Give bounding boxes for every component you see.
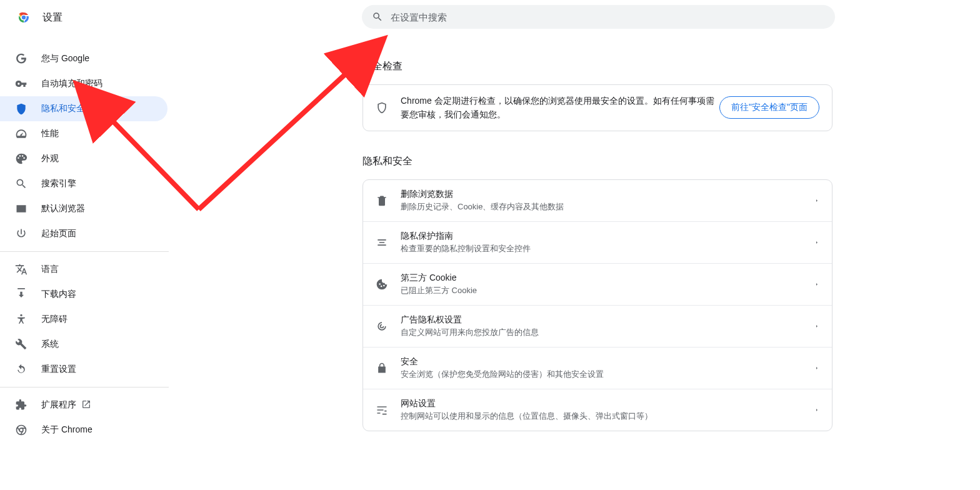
sidebar-divider (0, 387, 169, 388)
safety-check-card: Chrome 会定期进行检查，以确保您的浏览器使用最安全的设置。如有任何事项需要… (362, 84, 832, 131)
extension-icon (15, 399, 28, 411)
sidebar-item-extensions[interactable]: 扩展程序 (0, 392, 168, 418)
sidebar-item-label: 性能 (41, 128, 59, 139)
chevron-right-icon (814, 240, 819, 245)
sidebar-item-accessibility[interactable]: 无障碍 (0, 307, 168, 332)
row-privacy-guide[interactable]: 隐私保护指南 检查重要的隐私控制设置和安全控件 (363, 221, 832, 263)
privacy-list-card: 删除浏览数据 删除历史记录、Cookie、缓存内容及其他数据 隐私保护指南 检查… (362, 179, 832, 431)
cookie-icon (376, 278, 388, 291)
shield-icon (15, 102, 28, 115)
sidebar-item-label: 外观 (41, 153, 59, 164)
chevron-right-icon (814, 408, 819, 412)
row-title: 删除浏览数据 (401, 189, 814, 200)
row-third-party-cookies[interactable]: 第三方 Cookie 已阻止第三方 Cookie (363, 263, 832, 305)
sidebar-item-downloads[interactable]: 下载内容 (0, 282, 168, 307)
row-clear-browsing-data[interactable]: 删除浏览数据 删除历史记录、Cookie、缓存内容及其他数据 (363, 180, 832, 221)
row-title: 安全 (401, 356, 814, 368)
search-input[interactable] (391, 12, 825, 22)
sidebar-item-label: 您与 Google (41, 53, 89, 64)
speedometer-icon (15, 128, 28, 140)
sidebar-item-label: 扩展程序 (41, 399, 76, 411)
sidebar-item-label: 搜索引擎 (41, 178, 76, 189)
sidebar-item-autofill[interactable]: 自动填充和密码 (0, 71, 168, 96)
ad-icon (376, 320, 388, 332)
shield-icon (376, 101, 388, 114)
sidebar-divider (0, 251, 169, 252)
svg-point-1 (22, 16, 26, 19)
download-icon (15, 288, 28, 301)
search-container (362, 5, 835, 29)
chevron-right-icon (814, 324, 819, 329)
translate-icon (15, 263, 28, 276)
sidebar-item-you-and-google[interactable]: 您与 Google (0, 46, 168, 71)
row-security[interactable]: 安全 安全浏览（保护您免受危险网站的侵害）和其他安全设置 (363, 347, 832, 389)
accessibility-icon (15, 313, 28, 326)
chrome-outline-icon (15, 424, 28, 436)
row-title: 第三方 Cookie (401, 272, 814, 284)
reset-icon (15, 363, 28, 376)
row-subtitle: 自定义网站可用来向您投放广告的信息 (401, 327, 814, 338)
sidebar-item-languages[interactable]: 语言 (0, 257, 168, 282)
safety-check-text: Chrome 会定期进行检查，以确保您的浏览器使用最安全的设置。如有任何事项需要… (401, 94, 719, 122)
google-icon (15, 52, 28, 65)
sidebar-item-default-browser[interactable]: 默认浏览器 (0, 196, 168, 221)
wrench-icon (15, 338, 28, 351)
row-subtitle: 已阻止第三方 Cookie (401, 285, 814, 296)
sidebar-item-privacy-security[interactable]: 隐私和安全 (0, 96, 168, 121)
page-title: 设置 (42, 11, 62, 24)
palette-icon (15, 152, 28, 165)
search-box[interactable] (362, 5, 835, 29)
row-subtitle: 删除历史记录、Cookie、缓存内容及其他数据 (401, 201, 814, 212)
row-site-settings[interactable]: 网站设置 控制网站可以使用和显示的信息（位置信息、摄像头、弹出式窗口等） (363, 389, 832, 431)
sidebar: 您与 Google 自动填充和密码 隐私和安全 性能 外观 搜索引擎 默认浏览器 (0, 35, 169, 442)
main-content: 安全检查 Chrome 会定期进行检查，以确保您的浏览器使用最安全的设置。如有任… (169, 35, 980, 442)
sidebar-item-system[interactable]: 系统 (0, 332, 168, 357)
key-icon (15, 78, 28, 90)
row-subtitle: 控制网站可以使用和显示的信息（位置信息、摄像头、弹出式窗口等） (401, 411, 814, 422)
power-icon (15, 228, 28, 240)
sidebar-item-label: 语言 (41, 264, 59, 275)
sidebar-item-label: 系统 (41, 339, 59, 350)
row-subtitle: 安全浏览（保护您免受危险网站的侵害）和其他安全设置 (401, 369, 814, 380)
sidebar-item-appearance[interactable]: 外观 (0, 146, 168, 171)
open-in-new-icon (81, 399, 91, 411)
guide-icon (376, 236, 388, 249)
sidebar-item-label: 默认浏览器 (41, 203, 85, 214)
search-icon (15, 178, 28, 190)
row-ad-privacy[interactable]: 广告隐私权设置 自定义网站可用来向您投放广告的信息 (363, 305, 832, 347)
sidebar-item-reset[interactable]: 重置设置 (0, 357, 168, 382)
trash-icon (376, 194, 388, 207)
sidebar-item-label: 无障碍 (41, 314, 68, 325)
tune-icon (376, 404, 388, 416)
sidebar-item-label: 关于 Chrome (41, 424, 92, 436)
search-icon (372, 11, 383, 22)
chevron-right-icon (814, 198, 819, 203)
sidebar-item-label: 隐私和安全 (41, 103, 85, 114)
sidebar-item-label: 起始页面 (41, 228, 76, 239)
browser-icon (15, 202, 28, 215)
sidebar-item-performance[interactable]: 性能 (0, 121, 168, 146)
section-title-privacy: 隐私和安全 (362, 155, 980, 168)
sidebar-item-label: 下载内容 (41, 289, 76, 300)
row-subtitle: 检查重要的隐私控制设置和安全控件 (401, 243, 814, 254)
sidebar-item-label: 自动填充和密码 (41, 78, 102, 89)
row-title: 隐私保护指南 (401, 231, 814, 242)
row-title: 广告隐私权设置 (401, 314, 814, 326)
section-title-safety-check: 安全检查 (362, 60, 980, 73)
chevron-right-icon (814, 282, 819, 287)
row-title: 网站设置 (401, 398, 814, 409)
chrome-logo-icon (16, 10, 31, 25)
sidebar-item-on-startup[interactable]: 起始页面 (0, 221, 168, 246)
sidebar-item-search-engine[interactable]: 搜索引擎 (0, 171, 168, 196)
sidebar-item-label: 重置设置 (41, 364, 76, 375)
chevron-right-icon (814, 366, 819, 371)
svg-point-3 (20, 314, 22, 316)
go-to-safety-check-button[interactable]: 前往"安全检查"页面 (719, 96, 819, 119)
lock-icon (376, 362, 388, 374)
sidebar-item-about-chrome[interactable]: 关于 Chrome (0, 418, 168, 442)
